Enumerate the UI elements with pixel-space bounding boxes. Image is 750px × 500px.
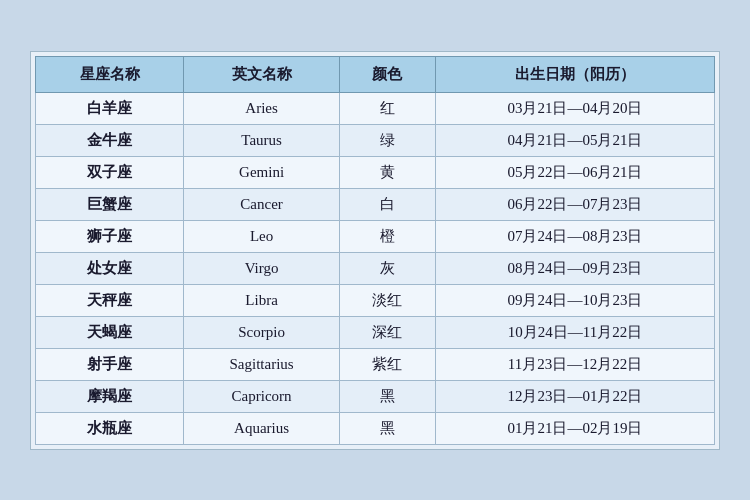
cell-color: 橙	[339, 220, 435, 252]
cell-chinese-name: 摩羯座	[36, 380, 184, 412]
cell-dates: 05月22日—06月21日	[435, 156, 714, 188]
table-row: 射手座Sagittarius紫红11月23日—12月22日	[36, 348, 715, 380]
cell-dates: 10月24日—11月22日	[435, 316, 714, 348]
cell-color: 淡红	[339, 284, 435, 316]
cell-chinese-name: 巨蟹座	[36, 188, 184, 220]
cell-dates: 12月23日—01月22日	[435, 380, 714, 412]
cell-english-name: Libra	[184, 284, 340, 316]
cell-english-name: Cancer	[184, 188, 340, 220]
header-color: 颜色	[339, 56, 435, 92]
cell-chinese-name: 金牛座	[36, 124, 184, 156]
cell-color: 黑	[339, 412, 435, 444]
table-row: 天秤座Libra淡红09月24日—10月23日	[36, 284, 715, 316]
table-row: 处女座Virgo灰08月24日—09月23日	[36, 252, 715, 284]
table-row: 摩羯座Capricorn黑12月23日—01月22日	[36, 380, 715, 412]
cell-english-name: Taurus	[184, 124, 340, 156]
cell-chinese-name: 双子座	[36, 156, 184, 188]
table-header-row: 星座名称 英文名称 颜色 出生日期（阳历）	[36, 56, 715, 92]
zodiac-table-container: 星座名称 英文名称 颜色 出生日期（阳历） 白羊座Aries红03月21日—04…	[30, 51, 720, 450]
cell-color: 绿	[339, 124, 435, 156]
cell-color: 红	[339, 92, 435, 124]
cell-color: 白	[339, 188, 435, 220]
table-row: 双子座Gemini黄05月22日—06月21日	[36, 156, 715, 188]
cell-dates: 07月24日—08月23日	[435, 220, 714, 252]
table-row: 水瓶座Aquarius黑01月21日—02月19日	[36, 412, 715, 444]
cell-english-name: Sagittarius	[184, 348, 340, 380]
cell-dates: 08月24日—09月23日	[435, 252, 714, 284]
header-english-name: 英文名称	[184, 56, 340, 92]
table-row: 巨蟹座Cancer白06月22日—07月23日	[36, 188, 715, 220]
table-row: 天蝎座Scorpio深红10月24日—11月22日	[36, 316, 715, 348]
cell-chinese-name: 天秤座	[36, 284, 184, 316]
cell-english-name: Scorpio	[184, 316, 340, 348]
cell-color: 深红	[339, 316, 435, 348]
cell-chinese-name: 射手座	[36, 348, 184, 380]
cell-english-name: Capricorn	[184, 380, 340, 412]
header-chinese-name: 星座名称	[36, 56, 184, 92]
cell-english-name: Leo	[184, 220, 340, 252]
zodiac-table: 星座名称 英文名称 颜色 出生日期（阳历） 白羊座Aries红03月21日—04…	[35, 56, 715, 445]
cell-dates: 01月21日—02月19日	[435, 412, 714, 444]
cell-english-name: Aries	[184, 92, 340, 124]
cell-chinese-name: 狮子座	[36, 220, 184, 252]
cell-english-name: Gemini	[184, 156, 340, 188]
cell-color: 黑	[339, 380, 435, 412]
cell-dates: 04月21日—05月21日	[435, 124, 714, 156]
cell-chinese-name: 水瓶座	[36, 412, 184, 444]
cell-color: 紫红	[339, 348, 435, 380]
cell-chinese-name: 天蝎座	[36, 316, 184, 348]
table-row: 白羊座Aries红03月21日—04月20日	[36, 92, 715, 124]
cell-color: 黄	[339, 156, 435, 188]
cell-dates: 03月21日—04月20日	[435, 92, 714, 124]
header-dates: 出生日期（阳历）	[435, 56, 714, 92]
table-row: 金牛座Taurus绿04月21日—05月21日	[36, 124, 715, 156]
cell-chinese-name: 白羊座	[36, 92, 184, 124]
cell-dates: 11月23日—12月22日	[435, 348, 714, 380]
cell-dates: 06月22日—07月23日	[435, 188, 714, 220]
cell-chinese-name: 处女座	[36, 252, 184, 284]
cell-english-name: Aquarius	[184, 412, 340, 444]
table-row: 狮子座Leo橙07月24日—08月23日	[36, 220, 715, 252]
cell-english-name: Virgo	[184, 252, 340, 284]
cell-dates: 09月24日—10月23日	[435, 284, 714, 316]
cell-color: 灰	[339, 252, 435, 284]
